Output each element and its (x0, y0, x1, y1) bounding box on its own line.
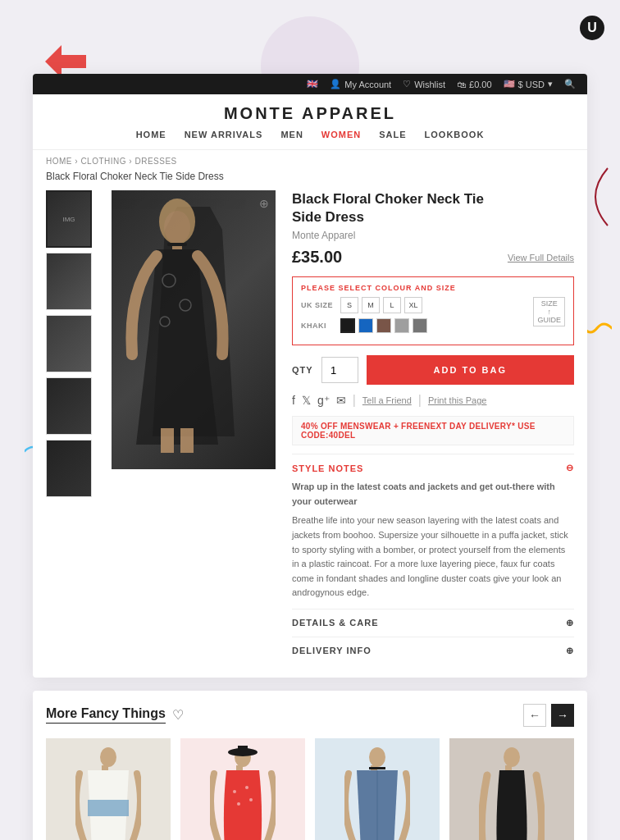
svg-rect-14 (102, 765, 108, 770)
my-account-link[interactable]: 👤 My Account (330, 79, 391, 89)
color-black[interactable] (340, 318, 355, 333)
product-title: Black Floral Choker Neck TieSide Dress (292, 190, 574, 226)
currency-selector[interactable]: 🇺🇸 $ USD ▾ (504, 79, 553, 89)
style-notes-content: Wrap up in the latest coats and jackets … (292, 473, 574, 600)
breadcrumb-dresses[interactable]: DRESSES (134, 157, 176, 166)
delivery-info-header[interactable]: DELIVERY INFO ⊕ (292, 646, 574, 656)
size-s[interactable]: S (340, 297, 358, 313)
svg-rect-18 (238, 746, 248, 756)
zoom-icon[interactable]: ⊕ (259, 197, 269, 210)
thumbnail-5[interactable] (46, 440, 92, 497)
details-care-header[interactable]: DETAILS & CARE ⊕ (292, 618, 574, 628)
qty-input[interactable] (321, 357, 358, 383)
style-notes-body: Breathe life into your new season layeri… (292, 514, 574, 600)
flag-icon: 🇬🇧 (307, 79, 318, 89)
flag-uk[interactable]: 🇬🇧 (307, 79, 318, 89)
wishlist-link[interactable]: ♡ Wishlist (403, 79, 445, 89)
search-icon[interactable]: 🔍 (564, 79, 576, 89)
next-arrow[interactable]: → (551, 704, 574, 727)
more-nav-buttons: ← → (523, 704, 574, 727)
details-care-accordion: DETAILS & CARE ⊕ (292, 609, 574, 637)
color-grey[interactable] (394, 318, 409, 333)
main-product-image: ⊕ (112, 190, 276, 469)
svg-text:U: U (587, 21, 597, 34)
style-notes-intro: Wrap up in the latest coats and jackets … (292, 480, 574, 509)
uk-size-label: UK SIZE (301, 301, 334, 309)
breadcrumb-clothing[interactable]: CLOTHING (80, 157, 126, 166)
cart-link[interactable]: 🛍 £0.00 (457, 80, 492, 89)
plus-icon: ⊕ (566, 618, 574, 628)
social-share-row: f 𝕏 g⁺ ✉ | Tell a Friend | Print this Pa… (292, 393, 574, 408)
product-card-4[interactable]: blue fitted ripped denim shirt dress £35… (449, 738, 574, 840)
product-card-1[interactable]: White Shirt Denim Corset Detail Dress £3… (46, 738, 171, 840)
svg-point-13 (100, 747, 116, 767)
product-card-3[interactable]: blue fitted ripped denim shirt dress £35… (315, 738, 440, 840)
qty-label: QTY (292, 365, 313, 375)
thumbnail-2[interactable] (46, 253, 92, 310)
more-title: More Fancy Things (46, 706, 166, 724)
googleplus-icon[interactable]: g⁺ (317, 394, 330, 407)
thumbnail-4[interactable] (46, 377, 92, 435)
divider: | (353, 393, 356, 408)
email-icon[interactable]: ✉ (336, 394, 346, 407)
main-card: 🇬🇧 👤 My Account ♡ Wishlist 🛍 £0.00 🇺🇸 $ … (33, 74, 587, 678)
prev-arrow[interactable]: ← (523, 704, 546, 727)
color-brown[interactable] (376, 318, 391, 333)
more-heart-icon: ♡ (172, 707, 184, 723)
size-guide[interactable]: SIZE↑GUIDE (533, 297, 565, 326)
facebook-icon[interactable]: f (292, 394, 295, 407)
nav-women[interactable]: WOMEN (321, 130, 361, 139)
flag-us-icon: 🇺🇸 (504, 79, 515, 89)
chevron-icon: ▾ (548, 79, 553, 89)
size-selector-box: PLEASE SELECT COLOUR AND SIZE UK SIZE S … (292, 276, 574, 345)
nav-new-arrivals[interactable]: NEW ARRIVALS (185, 130, 263, 139)
svg-point-20 (233, 790, 236, 793)
qty-row: QTY ADD TO BAG (292, 355, 574, 385)
tell-friend-link[interactable]: Tell a Friend (362, 395, 412, 405)
brand-logo-deco: U (579, 15, 605, 44)
nav-home[interactable]: HOME (136, 130, 166, 139)
color-row: KHAKI (301, 318, 517, 333)
nav-lookbook[interactable]: LOOKBOOK (425, 130, 485, 139)
svg-point-21 (245, 786, 248, 789)
nav-men[interactable]: MEN (280, 130, 303, 139)
svg-rect-29 (505, 765, 512, 770)
style-notes-header[interactable]: STYLE NOTES ⊖ (292, 463, 574, 473)
color-blue[interactable] (358, 318, 373, 333)
price-row: £35.00 View Full Details (292, 248, 574, 267)
size-row: UK SIZE S M L XL (301, 297, 517, 313)
color-darkgrey[interactable] (413, 318, 427, 333)
svg-point-23 (249, 798, 253, 801)
svg-rect-26 (369, 767, 385, 769)
svg-rect-15 (88, 800, 129, 816)
breadcrumb: HOME › CLOTHING › DRESSES (33, 150, 587, 169)
svg-rect-12 (180, 428, 194, 453)
product-card-2[interactable]: Red star ruffle detail tea dress £35.00 (180, 738, 305, 840)
product-price: £35.00 (292, 248, 342, 267)
add-to-bag-button[interactable]: ADD TO BAG (367, 355, 574, 385)
thumbnail-column: IMG (46, 190, 95, 664)
site-title: MONTE APPAREL (33, 104, 587, 123)
thumbnail-3[interactable] (46, 315, 92, 372)
size-xl[interactable]: XL (404, 297, 422, 313)
breadcrumb-home[interactable]: HOME (46, 157, 72, 166)
promo-text: 40% OFF MENSWEAR + FREENEXT DAY DELIVERY… (301, 422, 515, 431)
svg-rect-19 (236, 765, 243, 770)
style-notes-accordion: STYLE NOTES ⊖ Wrap up in the latest coat… (292, 454, 574, 609)
print-page-link[interactable]: Print this Page (428, 395, 487, 405)
product-card-img-1 (46, 738, 171, 840)
more-section: More Fancy Things ♡ ← → White Shirt Deni… (33, 691, 587, 840)
nav-sale[interactable]: SALE (379, 130, 406, 139)
product-card-img-3 (315, 738, 440, 840)
size-options: S M L XL (340, 297, 422, 313)
promo-bar: 40% OFF MENSWEAR + FREENEXT DAY DELIVERY… (292, 416, 574, 445)
divider2: | (418, 393, 422, 408)
thumbnail-1[interactable]: IMG (46, 190, 92, 248)
size-m[interactable]: M (362, 297, 380, 313)
site-header: MONTE APPAREL HOME NEW ARRIVALS MEN WOME… (33, 94, 587, 150)
view-full-details-link[interactable]: View Full Details (508, 253, 574, 262)
twitter-icon[interactable]: 𝕏 (302, 394, 311, 407)
svg-point-28 (504, 747, 520, 767)
svg-marker-0 (45, 45, 86, 78)
size-l[interactable]: L (383, 297, 401, 313)
